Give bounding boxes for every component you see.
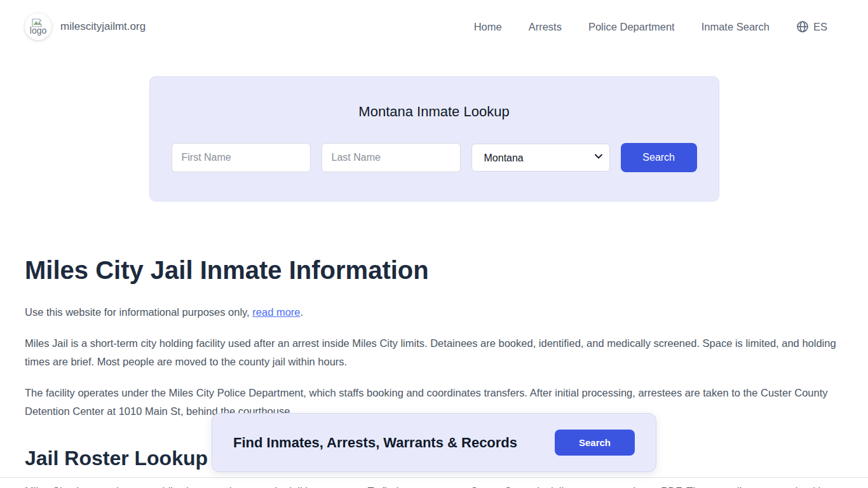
cta-heading: Find Inmates, Arrests, Warrants & Record… bbox=[233, 435, 517, 451]
disclaimer-suffix: . bbox=[300, 306, 303, 318]
cta-banner: Find Inmates, Arrests, Warrants & Record… bbox=[212, 413, 656, 472]
disclaimer-text: Use this website for informational purpo… bbox=[25, 303, 843, 322]
cta-search-button[interactable]: Search bbox=[555, 430, 635, 456]
logo-alt-text: logo bbox=[30, 26, 46, 35]
read-more-link[interactable]: read more bbox=[252, 306, 300, 318]
nav-inmate-search[interactable]: Inmate Search bbox=[702, 21, 770, 33]
globe-icon bbox=[796, 20, 809, 33]
page-title: Miles City Jail Inmate Information bbox=[25, 256, 843, 284]
language-label: ES bbox=[813, 21, 827, 33]
roster-paragraph: Miles City does not keep a public city r… bbox=[25, 482, 843, 488]
facility-description-paragraph: Miles Jail is a short-term city holding … bbox=[25, 334, 843, 371]
first-name-input[interactable] bbox=[172, 143, 311, 172]
nav-home[interactable]: Home bbox=[474, 21, 502, 33]
lookup-card-title: Montana Inmate Lookup bbox=[172, 104, 697, 120]
lookup-search-button[interactable]: Search bbox=[621, 143, 697, 172]
site-logo[interactable]: logo bbox=[25, 13, 51, 40]
section-divider bbox=[0, 477, 868, 478]
disclaimer-prefix: Use this website for informational purpo… bbox=[25, 306, 252, 318]
state-select[interactable]: Montana bbox=[471, 144, 610, 172]
last-name-input[interactable] bbox=[322, 143, 461, 172]
state-select-wrap: Montana bbox=[471, 144, 610, 173]
main-nav: Home Arrests Police Department Inmate Se… bbox=[474, 20, 827, 33]
site-header: logo milescityjailmt.org Home Arrests Po… bbox=[0, 0, 868, 53]
inmate-lookup-card: Montana Inmate Lookup Montana Search bbox=[149, 76, 719, 201]
lookup-fields-row: Montana Search bbox=[172, 143, 697, 173]
brand: logo milescityjailmt.org bbox=[25, 13, 146, 40]
nav-arrests[interactable]: Arrests bbox=[529, 21, 562, 33]
nav-police-department[interactable]: Police Department bbox=[588, 21, 675, 33]
language-switcher[interactable]: ES bbox=[796, 20, 827, 33]
site-name[interactable]: milescityjailmt.org bbox=[60, 20, 146, 33]
